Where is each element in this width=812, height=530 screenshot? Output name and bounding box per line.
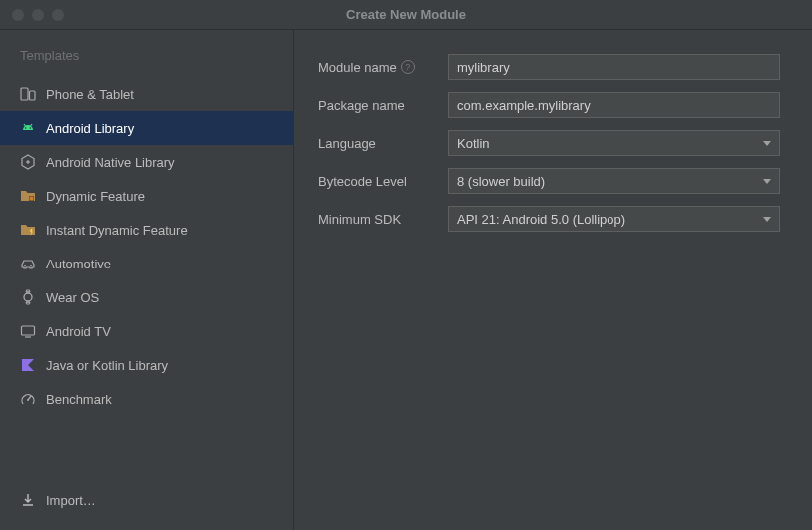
sidebar-item-label: Android Library: [46, 121, 134, 136]
help-icon[interactable]: ?: [401, 60, 415, 74]
maximize-window-icon[interactable]: [52, 9, 64, 21]
chevron-down-icon: [763, 141, 771, 146]
sidebar-item-phone-tablet[interactable]: Phone & Tablet: [0, 77, 293, 111]
titlebar: Create New Module: [0, 0, 812, 30]
sidebar-item-android-library[interactable]: Android Library: [0, 111, 293, 145]
sidebar-item-label: Java or Kotlin Library: [46, 358, 168, 373]
sidebar-item-label: Instant Dynamic Feature: [46, 223, 188, 238]
import-icon: [20, 492, 36, 508]
dialog-window: Create New Module Templates Phone & Tabl…: [0, 0, 812, 530]
language-select[interactable]: Kotlin: [448, 130, 780, 156]
svg-marker-17: [22, 359, 34, 371]
svg-line-4: [24, 124, 26, 126]
svg-point-12: [24, 265, 26, 266]
chevron-down-icon: [763, 179, 771, 184]
folder-instant-icon: [20, 222, 36, 238]
svg-line-5: [31, 124, 33, 126]
label-text: Module name: [318, 60, 397, 75]
select-value: Kotlin: [457, 136, 490, 151]
svg-point-19: [27, 399, 29, 401]
wear-os-icon: [20, 289, 36, 305]
sidebar-item-label: Android TV: [46, 324, 111, 339]
templates-sidebar: Templates Phone & Tablet Android Library: [0, 30, 294, 530]
module-name-input[interactable]: [448, 54, 780, 80]
automotive-icon: [20, 256, 36, 271]
import-label: Import…: [46, 493, 96, 508]
bytecode-level-row: Bytecode Level 8 (slower build): [318, 168, 780, 194]
sidebar-item-java-kotlin-library[interactable]: Java or Kotlin Library: [0, 348, 293, 382]
package-name-input[interactable]: [448, 92, 780, 118]
android-icon: [20, 120, 36, 136]
cpp-icon: [20, 154, 36, 170]
phone-tablet-icon: [20, 86, 36, 102]
sidebar-item-label: Wear OS: [46, 290, 99, 305]
module-name-row: Module name ?: [318, 54, 780, 80]
templates-list: Phone & Tablet Android Library Android N…: [0, 77, 293, 480]
sidebar-item-label: Dynamic Feature: [46, 189, 145, 204]
tv-icon: [20, 323, 36, 339]
dialog-content: Templates Phone & Tablet Android Library: [0, 30, 812, 530]
sidebar-item-dynamic-feature[interactable]: Dynamic Feature: [0, 179, 293, 213]
chevron-down-icon: [763, 217, 771, 222]
templates-heading: Templates: [0, 48, 293, 77]
sidebar-item-instant-dynamic-feature[interactable]: Instant Dynamic Feature: [0, 213, 293, 247]
module-name-label: Module name ?: [318, 60, 448, 75]
package-name-row: Package name: [318, 92, 780, 118]
minimum-sdk-select[interactable]: API 21: Android 5.0 (Lollipop): [448, 206, 780, 232]
bytecode-level-label: Bytecode Level: [318, 174, 448, 189]
import-button[interactable]: Import…: [0, 480, 293, 520]
folder-feature-icon: [20, 188, 36, 204]
svg-point-3: [30, 127, 32, 129]
sidebar-item-label: Benchmark: [46, 392, 112, 407]
minimum-sdk-label: Minimum SDK: [318, 212, 448, 227]
kotlin-icon: [20, 357, 36, 373]
sidebar-item-wear-os[interactable]: Wear OS: [0, 280, 293, 314]
svg-point-14: [24, 293, 32, 301]
svg-rect-0: [21, 88, 28, 100]
select-value: API 21: Android 5.0 (Lollipop): [457, 212, 625, 227]
sidebar-item-android-tv[interactable]: Android TV: [0, 314, 293, 348]
form-panel: Module name ? Package name Language Kotl…: [294, 30, 812, 530]
svg-rect-15: [22, 326, 35, 335]
svg-rect-1: [30, 91, 36, 100]
select-value: 8 (slower build): [457, 174, 545, 189]
sidebar-item-automotive[interactable]: Automotive: [0, 247, 293, 280]
minimum-sdk-row: Minimum SDK API 21: Android 5.0 (Lollipo…: [318, 206, 780, 232]
window-controls: [12, 9, 64, 21]
svg-rect-10: [30, 197, 34, 201]
language-label: Language: [318, 136, 448, 151]
minimize-window-icon[interactable]: [32, 9, 44, 21]
bytecode-level-select[interactable]: 8 (slower build): [448, 168, 780, 194]
sidebar-item-benchmark[interactable]: Benchmark: [0, 382, 293, 416]
svg-point-13: [30, 265, 32, 266]
sidebar-item-label: Phone & Tablet: [46, 87, 134, 102]
dialog-title: Create New Module: [0, 7, 812, 22]
sidebar-item-android-native-library[interactable]: Android Native Library: [0, 145, 293, 179]
sidebar-item-label: Android Native Library: [46, 155, 175, 170]
close-window-icon[interactable]: [12, 9, 24, 21]
svg-point-2: [25, 127, 27, 129]
benchmark-icon: [20, 391, 36, 407]
language-row: Language Kotlin: [318, 130, 780, 156]
package-name-label: Package name: [318, 98, 448, 113]
sidebar-item-label: Automotive: [46, 257, 111, 271]
